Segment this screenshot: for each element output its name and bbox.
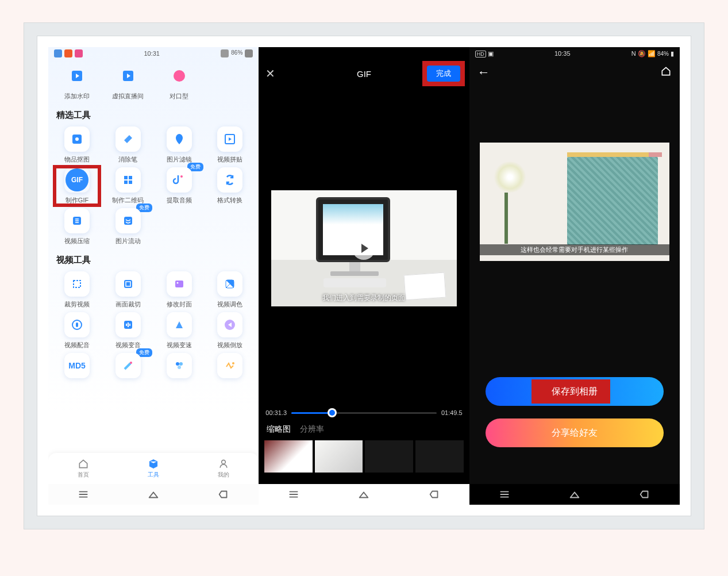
back-icon[interactable] bbox=[638, 488, 651, 501]
tab-thumbnails[interactable]: 缩略图 bbox=[267, 424, 291, 435]
recent-apps-icon[interactable] bbox=[498, 488, 511, 501]
tool-label: 添加水印 bbox=[64, 92, 90, 101]
status-bar: 10:31 86% bbox=[48, 47, 259, 60]
tool-video-speed[interactable]: 视频变速 bbox=[157, 312, 201, 350]
tool-label: 视频调色 bbox=[217, 300, 242, 309]
home-icon[interactable] bbox=[357, 488, 370, 501]
export-top-bar: ← bbox=[469, 60, 680, 85]
gif-icon: GIF bbox=[66, 168, 88, 191]
tool-unknown[interactable] bbox=[208, 353, 252, 382]
back-arrow-icon[interactable]: ← bbox=[477, 65, 490, 80]
thumbnail[interactable] bbox=[365, 440, 413, 473]
scene-monitor-foot bbox=[330, 271, 379, 276]
tool-frame-crop[interactable]: 画面裁切 bbox=[106, 271, 150, 309]
battery-text: 84% bbox=[657, 51, 669, 57]
back-icon[interactable] bbox=[217, 488, 230, 501]
tool-image-filter[interactable]: 图片滤镜 bbox=[157, 126, 201, 164]
tool-video-voice-change[interactable]: 视频变音 bbox=[106, 312, 150, 350]
export-preview: 这样也会经常需要对手机进行某些操作 bbox=[480, 143, 669, 261]
video-preview[interactable]: 我们进入到需要录制的页面 bbox=[259, 87, 469, 409]
status-left: HD ▣ bbox=[475, 50, 494, 57]
share-to-friends-button[interactable]: 分享给好友 bbox=[486, 418, 664, 447]
svg-point-32 bbox=[222, 460, 226, 464]
tool-unknown[interactable] bbox=[157, 353, 201, 382]
home-icon bbox=[78, 458, 89, 470]
play-button[interactable] bbox=[352, 237, 375, 260]
tool-label: 制作GIF bbox=[66, 196, 88, 205]
progress-bar[interactable] bbox=[291, 412, 437, 414]
tool-change-cover[interactable]: 修改封面 bbox=[157, 271, 201, 309]
done-button-highlight: 完成 bbox=[425, 63, 463, 84]
svg-point-31 bbox=[232, 362, 234, 364]
screen-2-gif-editor: ✕ GIF 完成 我们进入到需要录制的页面 00:31.3 bbox=[259, 47, 469, 505]
progress-knob[interactable] bbox=[329, 410, 335, 416]
tool-video-collage[interactable]: 视频拼贴 bbox=[208, 126, 252, 164]
save-to-album-button[interactable]: 保存到相册 bbox=[486, 377, 664, 406]
tool-label: 视频变音 bbox=[115, 341, 141, 350]
recent-apps-icon[interactable] bbox=[77, 488, 90, 501]
svg-point-28 bbox=[176, 362, 179, 366]
tool-video-reverse[interactable]: 视频倒放 bbox=[208, 312, 252, 350]
nav-tools[interactable]: 工具 bbox=[148, 458, 159, 479]
done-button[interactable]: 完成 bbox=[427, 66, 460, 82]
save-label: 保存到相册 bbox=[552, 386, 598, 398]
home-icon[interactable] bbox=[147, 488, 160, 501]
scene-keyboard bbox=[323, 278, 387, 287]
system-nav-bar bbox=[259, 484, 469, 505]
recent-apps-icon[interactable] bbox=[287, 488, 300, 501]
tool-image-flow[interactable]: 免费 图片流动 bbox=[106, 208, 150, 245]
tool-label: 视频压缩 bbox=[64, 237, 90, 245]
home-icon bbox=[660, 66, 672, 77]
status-app-icon bbox=[64, 49, 72, 57]
svg-point-6 bbox=[75, 137, 79, 141]
tool-row: 物品抠图 消除笔 图片滤镜 视频拼贴 bbox=[55, 126, 252, 164]
status-time: 10:31 bbox=[144, 50, 160, 57]
system-nav-bar bbox=[469, 484, 680, 505]
status-bar: HD ▣ 10:35 N 🔕 📶 84% ▮ bbox=[469, 47, 680, 60]
tool-eraser[interactable]: 消除笔 bbox=[106, 126, 150, 164]
mute-icon: 🔕 bbox=[638, 50, 646, 57]
tool-make-qrcode[interactable]: 制作二维码 bbox=[106, 167, 150, 205]
tool-crop-video[interactable]: 裁剪视频 bbox=[55, 271, 99, 309]
thumbnail[interactable] bbox=[264, 440, 313, 473]
tool-label: 格式转换 bbox=[217, 196, 242, 205]
thumbnail[interactable] bbox=[415, 440, 464, 473]
tool-make-gif[interactable]: GIF 制作GIF bbox=[55, 167, 99, 205]
svg-point-4 bbox=[174, 70, 185, 82]
svg-point-29 bbox=[179, 362, 183, 366]
home-button[interactable] bbox=[660, 66, 672, 79]
screen-1-content[interactable]: 添加水印 虚拟直播间 对口型 精选工具 物品抠图 bbox=[48, 60, 259, 453]
tool-video-dub[interactable]: 视频配音 bbox=[55, 312, 99, 350]
nav-mine[interactable]: 我的 bbox=[218, 458, 229, 479]
back-icon[interactable] bbox=[428, 488, 441, 501]
tab-resolution[interactable]: 分辨率 bbox=[300, 424, 324, 435]
tool-lipsync[interactable]: 对口型 bbox=[157, 63, 201, 101]
tool-video-compress[interactable]: 视频压缩 bbox=[55, 208, 99, 245]
screen-1-tools-app: 10:31 86% 添加水印 虚拟直播间 对口型 bbox=[48, 47, 259, 505]
scene-notebook bbox=[567, 157, 658, 245]
tool-add-watermark[interactable]: 添加水印 bbox=[55, 63, 99, 101]
battery-icon bbox=[245, 49, 253, 57]
close-icon[interactable]: ✕ bbox=[265, 67, 275, 80]
tool-extract-audio[interactable]: 免费 提取音频 bbox=[157, 167, 201, 205]
scene-flowers bbox=[487, 162, 544, 247]
tool-object-cutout[interactable]: 物品抠图 bbox=[55, 126, 99, 164]
bottom-nav: 首页 工具 我的 bbox=[48, 453, 259, 484]
tool-virtual-live[interactable]: 虚拟直播间 bbox=[106, 63, 150, 101]
nav-home[interactable]: 首页 bbox=[78, 458, 89, 479]
tool-format-convert[interactable]: 格式转换 bbox=[208, 167, 252, 205]
tool-unknown[interactable]: 免费 bbox=[106, 353, 150, 382]
thumbnail[interactable] bbox=[315, 440, 363, 473]
svg-rect-10 bbox=[129, 176, 132, 179]
tool-label: 视频变速 bbox=[167, 341, 192, 350]
nav-label: 我的 bbox=[218, 471, 229, 479]
tool-md5[interactable]: MD5 bbox=[55, 353, 99, 382]
svg-rect-11 bbox=[124, 181, 128, 184]
tool-video-color[interactable]: 视频调色 bbox=[208, 271, 252, 309]
tool-row: GIF 制作GIF 制作二维码 免费 提取音频 格式转换 bbox=[55, 167, 252, 205]
home-icon[interactable] bbox=[568, 488, 581, 501]
svg-point-27 bbox=[130, 362, 132, 364]
thumbnail-strip[interactable] bbox=[259, 438, 469, 478]
signal-icon bbox=[221, 49, 229, 57]
export-buttons: 保存到相册 分享给好友 bbox=[486, 377, 664, 447]
